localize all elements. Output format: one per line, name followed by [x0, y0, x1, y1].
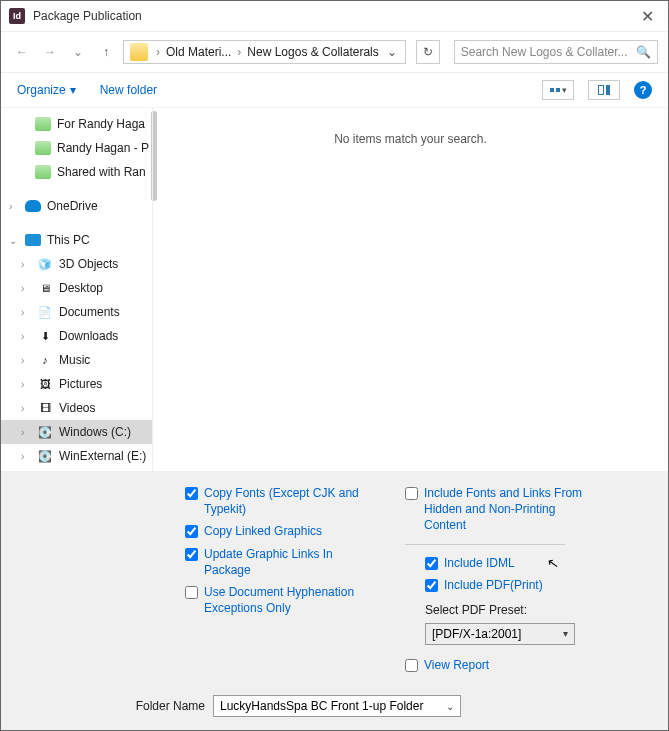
include-hidden-label: Include Fonts and Links From Hidden and … [424, 485, 585, 534]
include-idml-checkbox[interactable] [425, 557, 438, 570]
folder-tree[interactable]: For Randy HagaRandy Hagan - PShared with… [1, 108, 152, 471]
include-pdf-checkbox[interactable] [425, 579, 438, 592]
breadcrumb-sep: › [233, 45, 245, 59]
tree-item[interactable]: For Randy Haga [1, 112, 152, 136]
folder-name-label: Folder Name [115, 699, 205, 713]
tree-item[interactable]: ⌄This PC [1, 228, 152, 252]
include-pdf-label: Include PDF(Print) [444, 577, 543, 593]
app-icon: Id [9, 8, 25, 24]
window-title: Package Publication [33, 9, 142, 23]
tree-item[interactable]: ›⬇Downloads [1, 324, 152, 348]
file-list: No items match your search. [152, 108, 668, 471]
chevron-down-icon: ⌄ [446, 701, 454, 712]
option-checkbox-1[interactable] [185, 525, 198, 538]
breadcrumb-crumb-1[interactable]: Old Materi... [164, 45, 233, 59]
view-mode-button[interactable]: ▾ [542, 80, 574, 100]
search-icon: 🔍 [636, 45, 651, 59]
preview-pane-button[interactable] [588, 80, 620, 100]
help-button[interactable]: ? [634, 81, 652, 99]
pdf-preset-value: [PDF/X-1a:2001] [432, 627, 521, 641]
organize-label: Organize [17, 83, 66, 97]
folder-name-value: LuckyHandsSpa BC Front 1-up Folder [220, 699, 423, 713]
recent-dropdown[interactable]: ⌄ [67, 41, 89, 63]
view-report-label: View Report [424, 657, 489, 673]
tree-item[interactable]: ›🖥Desktop [1, 276, 152, 300]
breadcrumb-crumb-2[interactable]: New Logos & Collaterals [245, 45, 380, 59]
up-button[interactable]: ↑ [95, 41, 117, 63]
organize-menu[interactable]: Organize ▾ [17, 83, 76, 97]
tree-item[interactable]: ›🎞Videos [1, 396, 152, 420]
option-checkbox-2[interactable] [185, 548, 198, 561]
option-label-1: Copy Linked Graphics [204, 523, 322, 539]
option-label-0: Copy Fonts (Except CJK and Typekit) [204, 485, 375, 517]
search-placeholder: Search New Logos & Collater... [461, 45, 628, 59]
include-hidden-checkbox[interactable] [405, 487, 418, 500]
option-checkbox-0[interactable] [185, 487, 198, 500]
chevron-down-icon: ▾ [70, 83, 76, 97]
tree-item[interactable]: Randy Hagan - P [1, 136, 152, 160]
breadcrumb-sep: › [152, 45, 164, 59]
tree-item[interactable]: ›💽Windows (C:) [1, 420, 152, 444]
breadcrumb[interactable]: › Old Materi... › New Logos & Collateral… [123, 40, 406, 64]
tree-item[interactable]: ›OneDrive [1, 194, 152, 218]
option-checkbox-3[interactable] [185, 586, 198, 599]
option-label-2: Update Graphic Links In Package [204, 546, 375, 578]
chevron-down-icon: ▾ [563, 628, 568, 639]
option-label-3: Use Document Hyphenation Exceptions Only [204, 584, 375, 616]
folder-name-input[interactable]: LuckyHandsSpa BC Front 1-up Folder ⌄ [213, 695, 461, 717]
pdf-preset-label: Select PDF Preset: [425, 603, 585, 617]
tree-item[interactable]: ›🖼Pictures [1, 372, 152, 396]
refresh-button[interactable]: ↻ [416, 40, 440, 64]
search-input[interactable]: Search New Logos & Collater... 🔍 [454, 40, 658, 64]
close-icon[interactable]: ✕ [635, 7, 660, 26]
empty-message: No items match your search. [153, 132, 668, 146]
back-button[interactable]: ← [11, 41, 33, 63]
include-idml-label: Include IDML [444, 555, 515, 571]
folder-icon [130, 43, 148, 61]
pdf-preset-select[interactable]: [PDF/X-1a:2001] ▾ [425, 623, 575, 645]
tree-item[interactable]: ›♪Music [1, 348, 152, 372]
new-folder-button[interactable]: New folder [100, 83, 157, 97]
divider [405, 544, 565, 545]
tree-item[interactable]: Shared with Ran [1, 160, 152, 184]
view-report-checkbox[interactable] [405, 659, 418, 672]
tree-item[interactable]: ›💽WinExternal (E:) [1, 444, 152, 468]
tree-item[interactable]: ›🧊3D Objects [1, 252, 152, 276]
tree-item[interactable]: ›📄Documents [1, 300, 152, 324]
breadcrumb-dropdown[interactable]: ⌄ [381, 45, 403, 59]
forward-button[interactable]: → [39, 41, 61, 63]
